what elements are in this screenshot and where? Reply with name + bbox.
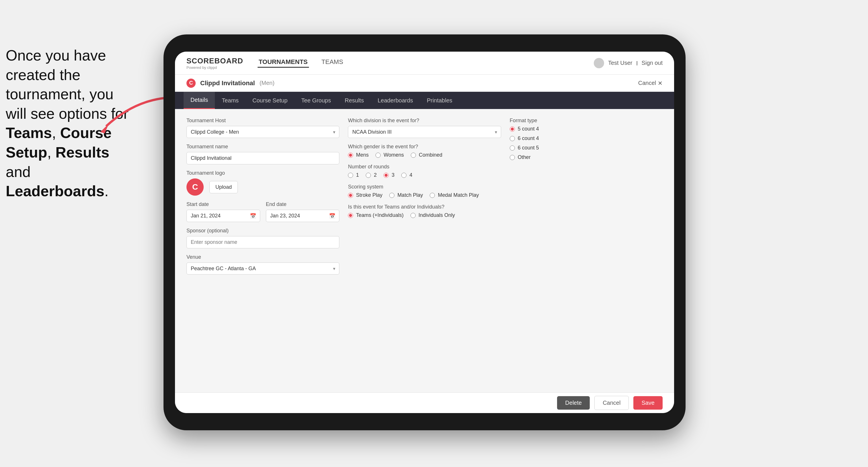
- cancel-header-button[interactable]: Cancel ✕: [638, 80, 662, 87]
- tab-results[interactable]: Results: [338, 92, 371, 109]
- tournament-header: C Clippd Invitational (Men) Cancel ✕: [175, 74, 674, 92]
- text-bold3: Results: [55, 144, 109, 161]
- tournament-name-label: Tournament name: [186, 144, 339, 150]
- tablet-screen: SCOREBOARD Powered by clippd TOURNAMENTS…: [175, 52, 674, 413]
- start-date-group: Start date 📅: [186, 201, 260, 222]
- teams-label: Is this event for Teams and/or Individua…: [348, 204, 501, 210]
- scoring-medal-match-play[interactable]: Medal Match Play: [430, 192, 479, 198]
- scoring-group: Scoring system Stroke Play Match Play Me…: [348, 184, 501, 198]
- sponsor-group: Sponsor (optional): [186, 228, 339, 248]
- gender-radio-row: Mens Womens Combined: [348, 152, 501, 158]
- tournament-logo-label: Tournament logo: [186, 170, 339, 176]
- form-grid: Tournament Host Clippd College - Men Tou…: [186, 118, 662, 275]
- tab-leaderboards[interactable]: Leaderboards: [371, 92, 420, 109]
- main-content: Tournament Host Clippd College - Men Tou…: [175, 109, 674, 393]
- rounds-radio-row: 1 2 3 4: [348, 172, 501, 178]
- text-bold1: Teams: [6, 124, 52, 141]
- rounds-label: Number of rounds: [348, 164, 501, 170]
- tournament-name: Clippd Invitational: [200, 80, 255, 87]
- rounds-1[interactable]: 1: [348, 172, 359, 178]
- gender-label: Which gender is the event for?: [348, 144, 501, 150]
- format-6count5[interactable]: 6 count 5: [510, 145, 662, 151]
- bottom-bar: Delete Cancel Save: [175, 393, 674, 413]
- tournament-logo-group: Tournament logo C Upload: [186, 170, 339, 196]
- logo-preview: C: [186, 179, 204, 196]
- middle-column: Which division is the event for? NCAA Di…: [348, 118, 501, 275]
- tournament-name-input[interactable]: [186, 152, 339, 164]
- rounds-4[interactable]: 4: [401, 172, 412, 178]
- teams-plus-individuals[interactable]: Teams (+Individuals): [348, 212, 404, 218]
- scoring-label: Scoring system: [348, 184, 501, 190]
- logo-sub: Powered by clippd: [186, 65, 243, 70]
- start-date-input[interactable]: [186, 210, 260, 222]
- scoring-radio-row: Stroke Play Match Play Medal Match Play: [348, 192, 501, 198]
- format-radio-group: 5 count 4 6 count 4 6 count 5 Other: [510, 126, 662, 160]
- separator: |: [636, 61, 638, 66]
- tab-printables[interactable]: Printables: [420, 92, 459, 109]
- teams-group: Is this event for Teams and/or Individua…: [348, 204, 501, 218]
- start-date-wrapper: 📅: [186, 210, 260, 222]
- tab-details[interactable]: Details: [184, 92, 215, 109]
- format-6count4[interactable]: 6 count 4: [510, 135, 662, 142]
- end-date-input[interactable]: [266, 210, 340, 222]
- delete-button[interactable]: Delete: [557, 396, 590, 410]
- format-group: Format type 5 count 4 6 count 4 6 count …: [510, 118, 662, 160]
- tournament-icon: C: [186, 79, 196, 88]
- tab-bar: Details Teams Course Setup Tee Groups Re…: [175, 92, 674, 109]
- division-label: Which division is the event for?: [348, 118, 501, 124]
- tab-tee-groups[interactable]: Tee Groups: [294, 92, 338, 109]
- end-date-icon: 📅: [329, 213, 335, 219]
- tab-course-setup[interactable]: Course Setup: [246, 92, 294, 109]
- sponsor-label: Sponsor (optional): [186, 228, 339, 234]
- start-date-icon: 📅: [250, 213, 256, 219]
- venue-select[interactable]: Peachtree GC - Atlanta - GA: [186, 262, 339, 275]
- tournament-gender: (Men): [259, 80, 275, 86]
- tab-teams[interactable]: Teams: [215, 92, 246, 109]
- gender-mens[interactable]: Mens: [348, 152, 369, 158]
- scoring-match-play[interactable]: Match Play: [389, 192, 423, 198]
- tournament-host-select[interactable]: Clippd College - Men: [186, 126, 339, 138]
- gender-combined[interactable]: Combined: [411, 152, 442, 158]
- individuals-only[interactable]: Individuals Only: [410, 212, 455, 218]
- logo-area: SCOREBOARD Powered by clippd: [186, 57, 243, 70]
- rounds-3[interactable]: 3: [383, 172, 395, 178]
- start-date-label: Start date: [186, 201, 260, 208]
- division-group: Which division is the event for? NCAA Di…: [348, 118, 501, 138]
- sign-out-link[interactable]: Sign out: [642, 60, 662, 66]
- upload-button[interactable]: Upload: [209, 181, 238, 193]
- left-column: Tournament Host Clippd College - Men Tou…: [186, 118, 339, 275]
- text-bold4: Leaderboards: [6, 183, 104, 199]
- tablet-device: SCOREBOARD Powered by clippd TOURNAMENTS…: [163, 34, 686, 430]
- text-part3: ,: [47, 144, 55, 161]
- tournament-title-area: C Clippd Invitational (Men): [186, 79, 275, 88]
- division-select[interactable]: NCAA Division III: [348, 126, 501, 138]
- venue-select-wrapper: Peachtree GC - Atlanta - GA: [186, 262, 339, 275]
- nav-tournaments[interactable]: TOURNAMENTS: [257, 58, 309, 68]
- format-label: Format type: [510, 118, 662, 124]
- gender-womens[interactable]: Womens: [375, 152, 404, 158]
- end-date-label: End date: [266, 201, 340, 208]
- rounds-group: Number of rounds 1 2 3: [348, 164, 501, 178]
- save-button[interactable]: Save: [633, 396, 662, 410]
- nav-teams[interactable]: TEAMS: [320, 58, 344, 68]
- tournament-host-select-wrapper: Clippd College - Men: [186, 126, 339, 138]
- logo-title: SCOREBOARD: [186, 57, 243, 65]
- date-row: Start date 📅 End date 📅: [186, 201, 339, 222]
- gender-group: Which gender is the event for? Mens Wome…: [348, 144, 501, 158]
- rounds-2[interactable]: 2: [366, 172, 377, 178]
- tournament-name-group: Tournament name: [186, 144, 339, 164]
- format-other[interactable]: Other: [510, 154, 662, 160]
- navbar: SCOREBOARD Powered by clippd TOURNAMENTS…: [175, 52, 674, 74]
- format-5count4[interactable]: 5 count 4: [510, 126, 662, 132]
- scoring-stroke-play[interactable]: Stroke Play: [348, 192, 382, 198]
- cancel-button[interactable]: Cancel: [594, 396, 629, 410]
- nav-right: Test User | Sign out: [594, 58, 662, 68]
- end-date-group: End date 📅: [266, 201, 340, 222]
- text-part4: and: [6, 163, 31, 180]
- text-part2: ,: [52, 124, 60, 141]
- svg-marker-0: [100, 123, 109, 133]
- sponsor-input[interactable]: [186, 236, 339, 248]
- text-part5: .: [104, 183, 108, 199]
- avatar: [594, 58, 604, 68]
- venue-group: Venue Peachtree GC - Atlanta - GA: [186, 254, 339, 275]
